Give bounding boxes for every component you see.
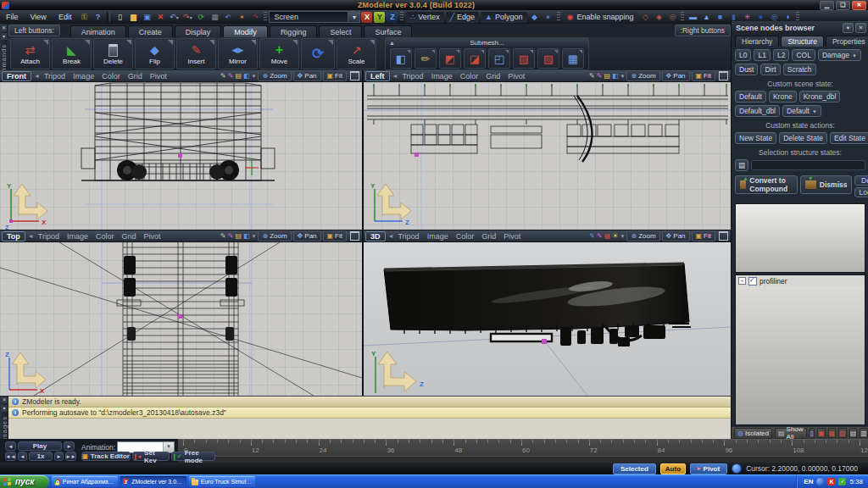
play-button[interactable]: Play: [18, 441, 62, 451]
shading-icon[interactable]: ▤: [604, 72, 610, 80]
menu-grid[interactable]: Grid: [486, 72, 500, 80]
menu-grid[interactable]: Grid: [128, 72, 142, 80]
tab-select[interactable]: Select: [319, 25, 362, 37]
fit-button[interactable]: ▣Fit: [692, 230, 715, 241]
viewport-left-canvas[interactable]: Y Z: [364, 82, 731, 230]
state-default-button[interactable]: Default: [735, 91, 766, 103]
chevron-left-icon[interactable]: ◄: [34, 73, 40, 79]
menu-grid[interactable]: Grid: [121, 232, 136, 241]
draw-mode-icon[interactable]: ✎: [220, 232, 226, 241]
menu-pivot[interactable]: Pivot: [504, 232, 520, 241]
menu-tripod[interactable]: Tripod: [398, 232, 419, 241]
log-row[interactable]: i ZModeler is ready.: [8, 396, 731, 408]
viewport-front-name[interactable]: Front: [2, 71, 31, 81]
menu-image[interactable]: Image: [73, 72, 94, 80]
pin-icon[interactable]: ▾: [1, 405, 8, 412]
close-button[interactable]: ✕: [852, 1, 866, 10]
submesh-tool-8-icon[interactable]: ▦: [562, 48, 584, 69]
task-ets2-folder[interactable]: Euro Truck Simulator 2: [189, 476, 255, 487]
tab-hierarchy[interactable]: Hierarchy: [735, 36, 779, 47]
vertex-mode-button[interactable]: ∴ Vertex: [406, 12, 443, 23]
submesh-tool-7-icon[interactable]: ▧: [537, 48, 559, 69]
lod-l1-button[interactable]: L1: [754, 49, 770, 61]
tab-animation[interactable]: Animation: [70, 25, 126, 37]
maximize-viewport-icon[interactable]: [719, 71, 728, 80]
dirt-button[interactable]: Dirt: [760, 64, 780, 75]
move-button[interactable]: + Move: [259, 38, 299, 69]
wireframe-icon[interactable]: ✎: [597, 72, 603, 80]
texture-icon[interactable]: ◧: [243, 232, 250, 241]
viewport-top-name[interactable]: Top: [2, 231, 25, 241]
clock[interactable]: 5:38: [849, 478, 863, 485]
filter-1-icon[interactable]: ▯: [810, 428, 815, 438]
tab-rigging[interactable]: Rigging: [270, 25, 318, 37]
kaspersky-icon[interactable]: K: [827, 478, 835, 485]
menu-color[interactable]: Color: [456, 232, 475, 241]
chevron-down-icon[interactable]: ▼: [252, 232, 257, 241]
selected-mode-button[interactable]: Selected: [613, 463, 656, 474]
menu-view[interactable]: View: [25, 13, 53, 21]
delete-button[interactable]: Delete: [93, 38, 133, 69]
state-krone-dbl-button[interactable]: Krone_dbl: [799, 91, 841, 103]
submesh-tool-5-icon[interactable]: ◰: [488, 48, 510, 69]
refresh-icon[interactable]: ⟳: [195, 12, 207, 23]
new-state-button[interactable]: New State: [735, 132, 776, 144]
dust-button[interactable]: Dust: [735, 64, 758, 75]
redo-icon[interactable]: ↷▾: [181, 12, 193, 23]
menu-tripod[interactable]: Tripod: [38, 232, 59, 241]
hotkeys-icon[interactable]: ⚿: [78, 12, 90, 23]
viewport-top-canvas[interactable]: Z X: [0, 242, 362, 396]
maximize-viewport-icon[interactable]: [350, 71, 359, 80]
task-browser[interactable]: Ринат Абдрахманов ...: [52, 476, 118, 487]
undo-small-icon[interactable]: ↶: [222, 12, 234, 23]
delete-state-button[interactable]: Delete State: [779, 132, 827, 144]
open-file-icon[interactable]: ▆: [127, 12, 139, 23]
collapse-icon[interactable]: ▲: [389, 40, 395, 46]
wireframe-icon[interactable]: ✎: [228, 232, 234, 241]
primitive-cube-icon[interactable]: ■: [714, 12, 726, 23]
rotate-button[interactable]: ⟳: [301, 38, 335, 69]
submesh-tool-6-icon[interactable]: ▨: [513, 48, 535, 69]
insert-button[interactable]: ✎ Insert: [176, 38, 216, 69]
shading-icon[interactable]: ▤: [235, 232, 242, 241]
mirror-button[interactable]: ◀▶ Mirror: [218, 38, 258, 69]
task-zmodeler[interactable]: Z ZModeler ver 3.0.4 (...: [120, 476, 186, 487]
fit-button[interactable]: ▣Fit: [323, 70, 347, 81]
zoom-button[interactable]: ⊕Zoom: [626, 230, 659, 241]
pan-button[interactable]: ✥Pan: [293, 230, 321, 241]
tray-green-icon[interactable]: ✓: [838, 478, 846, 485]
axis-z-button[interactable]: Z: [387, 12, 398, 23]
menu-tripod[interactable]: Tripod: [44, 72, 65, 80]
primitive-cone-icon[interactable]: ▲: [700, 12, 712, 23]
snap-vertex-icon[interactable]: ◈: [653, 12, 665, 23]
viewport-3d-name[interactable]: 3D: [365, 231, 386, 241]
menu-color[interactable]: Color: [460, 72, 479, 80]
axis-y-button[interactable]: Y: [374, 12, 385, 23]
scene-state-dropdown[interactable]: Default▼: [782, 105, 821, 117]
lod-l2-button[interactable]: L2: [773, 49, 789, 61]
menu-image[interactable]: Image: [67, 232, 88, 241]
chevron-left-icon[interactable]: ◄: [392, 73, 398, 79]
submesh-tool-2-icon[interactable]: ✏: [415, 48, 437, 69]
pivot-button[interactable]: ▸ Pivot: [690, 463, 727, 474]
object-mode-icon[interactable]: ●: [542, 12, 554, 23]
menu-file[interactable]: File: [0, 13, 25, 21]
tree-item-profiliner[interactable]: + profiliner: [736, 275, 865, 286]
tab-structure[interactable]: Structure: [781, 36, 824, 47]
menu-image[interactable]: Image: [427, 232, 448, 241]
mesh-mode-icon[interactable]: ◆: [529, 12, 541, 23]
menu-pivot[interactable]: Pivot: [508, 72, 525, 80]
timeline-ruler[interactable]: 0122436486072849610812: [178, 439, 868, 463]
snap-grid-icon[interactable]: ◇: [639, 12, 651, 23]
go-start-button[interactable]: ◄: [5, 441, 16, 451]
help-icon[interactable]: ?: [92, 12, 103, 23]
delete-icon[interactable]: ✕: [154, 12, 166, 23]
chevron-down-icon[interactable]: ▼: [620, 232, 626, 241]
step-forward-fast-button[interactable]: ►►: [65, 452, 76, 461]
damage-dropdown[interactable]: Damage▼: [818, 49, 861, 61]
attach-button[interactable]: ⇄ Attach: [10, 38, 50, 69]
menu-image[interactable]: Image: [431, 72, 453, 80]
tray-blue-icon[interactable]: [816, 478, 824, 485]
tab-modify[interactable]: Modify: [223, 25, 268, 37]
edit-state-button[interactable]: Edit State: [830, 132, 868, 144]
